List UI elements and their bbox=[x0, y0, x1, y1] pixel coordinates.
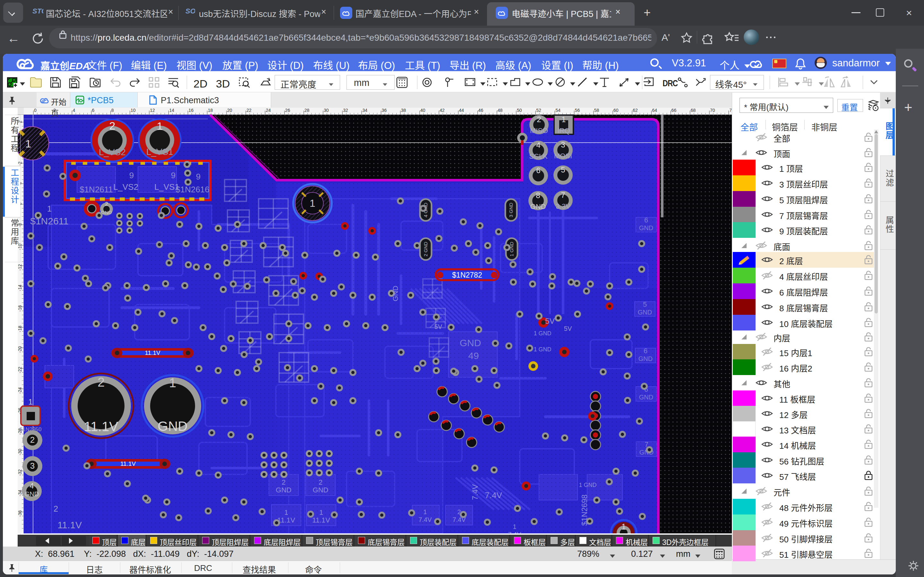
svg-text:4: 4 bbox=[536, 141, 540, 149]
svg-text:2: 2 bbox=[282, 478, 286, 486]
svg-text:GND: GND bbox=[391, 285, 399, 301]
svg-text:-30: -30 bbox=[18, 449, 23, 455]
svg-text:5V: 5V bbox=[435, 323, 443, 330]
svg-text:56: 56 bbox=[575, 108, 580, 113]
svg-text:32: 32 bbox=[343, 108, 348, 113]
svg-text:IRQ: IRQ bbox=[557, 127, 570, 135]
svg-text:50: 50 bbox=[517, 108, 522, 113]
svg-text:48: 48 bbox=[498, 108, 503, 113]
svg-text:-20: -20 bbox=[18, 346, 23, 353]
svg-text:8: 8 bbox=[536, 191, 540, 200]
svg-text:9: 9 bbox=[129, 171, 134, 180]
svg-text:$1N2616: $1N2616 bbox=[176, 185, 210, 194]
svg-text:14: 14 bbox=[169, 108, 174, 113]
svg-text:1: 1 bbox=[319, 508, 323, 516]
svg-text:7.4V: 7.4V bbox=[418, 516, 432, 523]
svg-text:1: 1 bbox=[513, 523, 516, 530]
svg-text:4: 4 bbox=[29, 482, 34, 490]
svg-text:2 GND: 2 GND bbox=[423, 242, 428, 256]
svg-text:3.3V: 3.3V bbox=[556, 202, 570, 210]
svg-text:5: 5 bbox=[561, 165, 565, 174]
svg-text:60: 60 bbox=[614, 108, 619, 113]
svg-text:70: 70 bbox=[710, 108, 715, 113]
svg-text:6: 6 bbox=[92, 108, 95, 113]
svg-text:2: 2 bbox=[318, 478, 322, 486]
svg-text:36: 36 bbox=[382, 108, 387, 113]
svg-text:GND: GND bbox=[460, 338, 481, 348]
svg-text:GND: GND bbox=[101, 210, 112, 215]
svg-text:MOSI: MOSI bbox=[554, 152, 572, 160]
svg-text:8: 8 bbox=[111, 108, 114, 113]
svg-text:26: 26 bbox=[285, 108, 290, 113]
svg-text:2: 2 bbox=[105, 201, 108, 207]
svg-text:GND: GND bbox=[276, 486, 292, 494]
svg-text:2: 2 bbox=[110, 119, 115, 132]
svg-text:1: 1 bbox=[157, 120, 163, 132]
svg-text:62: 62 bbox=[633, 108, 638, 113]
svg-text:9: 9 bbox=[196, 172, 200, 181]
svg-text:2: 2 bbox=[30, 435, 35, 445]
svg-text:7: 7 bbox=[561, 191, 565, 199]
svg-text:1: 1 bbox=[47, 204, 52, 213]
svg-text:L_VS1: L_VS1 bbox=[146, 147, 173, 157]
svg-text:$1N2611: $1N2611 bbox=[79, 185, 113, 194]
svg-text:66: 66 bbox=[672, 108, 677, 113]
svg-text:-24: -24 bbox=[18, 387, 23, 394]
svg-text:1 GND: 1 GND bbox=[533, 330, 551, 337]
svg-text:58: 58 bbox=[594, 108, 599, 113]
svg-text:GND: GND bbox=[530, 203, 546, 211]
svg-text:L_VS2: L_VS2 bbox=[113, 182, 138, 192]
svg-text:SCLK: SCLK bbox=[529, 152, 548, 160]
svg-text:44: 44 bbox=[459, 108, 464, 113]
svg-text:-22: -22 bbox=[18, 367, 23, 373]
svg-text:28: 28 bbox=[304, 108, 310, 113]
svg-text:-18: -18 bbox=[18, 326, 23, 332]
svg-text:49: 49 bbox=[468, 350, 479, 361]
svg-text:11.1V: 11.1V bbox=[84, 419, 118, 434]
svg-text:1 GND: 1 GND bbox=[533, 346, 551, 353]
svg-text:GND: GND bbox=[638, 355, 653, 362]
svg-text:MISO: MISO bbox=[530, 127, 548, 135]
svg-text:54: 54 bbox=[556, 108, 561, 113]
svg-text:GND: GND bbox=[313, 486, 328, 494]
svg-text:11.1V: 11.1V bbox=[120, 460, 136, 467]
svg-text:1: 1 bbox=[310, 197, 315, 209]
svg-text:2: 2 bbox=[53, 504, 58, 514]
svg-text:1: 1 bbox=[169, 376, 176, 390]
svg-text:46: 46 bbox=[478, 108, 483, 113]
svg-text:3 GND: 3 GND bbox=[508, 203, 514, 218]
svg-text:6: 6 bbox=[536, 166, 540, 175]
svg-text:11.1V: 11.1V bbox=[145, 350, 160, 356]
svg-text:1: 1 bbox=[561, 115, 565, 124]
svg-text:5V: 5V bbox=[545, 317, 554, 326]
svg-text:24: 24 bbox=[266, 108, 271, 113]
svg-text:GND: GND bbox=[25, 490, 39, 498]
svg-text:11.1V: 11.1V bbox=[57, 520, 82, 530]
svg-text:3: 3 bbox=[561, 140, 565, 149]
svg-text:1 GND: 1 GND bbox=[579, 482, 596, 488]
svg-text:72: 72 bbox=[729, 108, 732, 113]
svg-text:L_VS2: L_VS2 bbox=[99, 147, 126, 157]
svg-text:3: 3 bbox=[30, 461, 35, 471]
svg-text:$1N2782: $1N2782 bbox=[452, 271, 482, 279]
svg-text:1: 1 bbox=[622, 522, 626, 532]
svg-text:22: 22 bbox=[246, 108, 252, 113]
svg-text:30: 30 bbox=[324, 108, 329, 113]
svg-text:64: 64 bbox=[652, 108, 657, 113]
svg-text:18: 18 bbox=[208, 108, 213, 113]
svg-text:52: 52 bbox=[536, 108, 541, 113]
svg-text:GND: GND bbox=[639, 224, 653, 231]
svg-text:1: 1 bbox=[28, 398, 32, 406]
svg-text:-16: -16 bbox=[18, 305, 23, 311]
svg-text:7.4V: 7.4V bbox=[471, 484, 479, 500]
svg-text:GND: GND bbox=[639, 394, 653, 401]
svg-text:$1N2611: $1N2611 bbox=[30, 216, 69, 226]
svg-text:1: 1 bbox=[423, 508, 427, 516]
svg-text:7.4V: 7.4V bbox=[485, 490, 502, 500]
svg-text:5: 5 bbox=[643, 300, 647, 308]
svg-text:1: 1 bbox=[284, 508, 288, 516]
svg-text:2: 2 bbox=[97, 375, 105, 389]
svg-text:6: 6 bbox=[644, 216, 648, 224]
svg-text:-34: -34 bbox=[18, 490, 23, 496]
svg-text:4: 4 bbox=[73, 108, 75, 113]
